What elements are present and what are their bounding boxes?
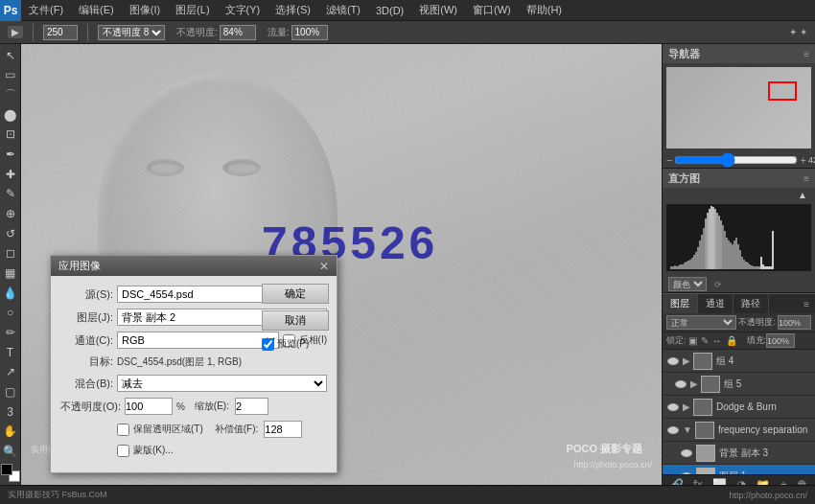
tool-brush[interactable]: ✎ [1, 185, 20, 204]
dialog-offset-input[interactable] [264, 421, 302, 438]
blend-mode-dropdown[interactable]: 正常 [666, 315, 736, 330]
tools-panel: ↖ ▭ ⌒ ⬤ ⊡ ✒ ✚ ✎ ⊕ ↺ ◻ ▦ 💧 ○ ✏ T ↗ ▢ 3 ✋ … [0, 44, 21, 504]
menu-image[interactable]: 图像(I) [122, 0, 168, 20]
menu-select[interactable]: 选择(S) [268, 0, 318, 20]
canvas-area[interactable]: DSC_4554.psd @ 42.7% (图层 1, RGB/8) * 785… [21, 44, 662, 504]
layer-dodge-burn[interactable]: ▶ Dodge & Burn [663, 396, 815, 419]
layer-vis-db[interactable] [666, 401, 680, 414]
tool-move[interactable]: ↖ [1, 46, 20, 65]
navigator-zoom-slider[interactable] [674, 156, 798, 164]
dialog-title-bar[interactable]: 应用图像 ✕ [51, 256, 337, 276]
navigator-zoom-out[interactable]: − [666, 154, 672, 166]
menu-window[interactable]: 窗口(W) [465, 0, 519, 20]
tool-pen[interactable]: ✏ [1, 323, 20, 342]
navigator-expand-icon[interactable]: ≡ [803, 49, 809, 59]
menu-text[interactable]: 文字(Y) [218, 0, 268, 20]
dialog-close-button[interactable]: ✕ [319, 260, 329, 273]
foreground-background[interactable] [1, 464, 20, 483]
layer-1[interactable]: 图层 1 [663, 465, 815, 474]
layer-vis-fs[interactable] [666, 424, 680, 437]
tool-lasso[interactable]: ⌒ [1, 85, 20, 104]
dialog-ok-button[interactable]: 确定 [262, 284, 329, 304]
layers-tab-paths[interactable]: 路径 [734, 294, 769, 313]
lock-paint-icon[interactable]: ✎ [701, 335, 709, 346]
layer-group4[interactable]: ▶ 组 4 [663, 350, 815, 373]
flow-input[interactable] [291, 25, 328, 40]
tool-text[interactable]: T [1, 343, 20, 362]
dialog-mask-row: 蒙版(K)... [60, 444, 327, 457]
layer-thumb-bg3 [696, 445, 715, 462]
dialog-action-buttons: 确定 取消 预览(P) [262, 284, 329, 351]
apply-image-dialog: 应用图像 ✕ 确定 取消 预览(P) 源(S): DSC_455 [50, 255, 338, 473]
tool-marquee[interactable]: ▭ [1, 66, 20, 85]
tool-eraser[interactable]: ◻ [1, 244, 20, 263]
tool-zoom[interactable]: 🔍 [1, 442, 20, 461]
menu-view[interactable]: 视图(W) [411, 0, 465, 20]
menu-3d[interactable]: 3D(D) [368, 0, 411, 20]
layer-vis-group4[interactable] [666, 355, 680, 368]
layers-panel-menu[interactable]: ≡ [798, 294, 815, 313]
histogram-channel-select[interactable]: 颜色 [668, 277, 707, 291]
dialog-opacity-input[interactable] [125, 398, 173, 415]
dialog-blending-select[interactable]: 减去 [117, 375, 327, 392]
layer-vis-bg3[interactable] [680, 447, 693, 460]
layer-thumb-db [693, 399, 712, 416]
layer-vis-group5[interactable] [674, 378, 687, 391]
toolbar: ▶ 不透明度 84% 不透明度: 流量: ✦ ✦ [0, 21, 815, 44]
layers-tab-layers[interactable]: 图层 [663, 294, 698, 313]
navigator-zoom-in[interactable]: + [800, 154, 805, 166]
dialog-mask-checkbox[interactable] [117, 445, 129, 457]
lock-transparent-icon[interactable]: ▣ [688, 335, 697, 346]
zoom-input[interactable] [43, 25, 78, 40]
tool-blur[interactable]: 💧 [1, 284, 20, 303]
tool-heal[interactable]: ✚ [1, 165, 20, 184]
layer-bg-copy3[interactable]: 背景 副本 3 [663, 442, 815, 465]
dialog-channel-select[interactable]: RGB [117, 332, 279, 349]
layer-vis-l1[interactable] [680, 470, 693, 475]
layer-list: ▶ 组 4 ▶ 组 5 ▶ Dodge & Burn ▼ frequency s… [663, 350, 815, 474]
dialog-preview-label: 预览(P) [277, 337, 309, 351]
layer-name-bg3: 背景 副本 3 [719, 447, 811, 460]
tool-gradient[interactable]: ▦ [1, 263, 20, 283]
tool-quick-select[interactable]: ⬤ [1, 105, 20, 125]
tool-eyedropper[interactable]: ✒ [1, 145, 20, 164]
dialog-source-label: 源(S): [60, 287, 113, 302]
layers-controls: 正常 不透明度: [663, 313, 815, 332]
menu-help[interactable]: 帮助(H) [519, 0, 570, 20]
dialog-layer-label: 图层(J): [60, 310, 113, 325]
group-icon: ▶ [683, 355, 690, 366]
layer-group5[interactable]: ▶ 组 5 [663, 373, 815, 396]
dialog-cancel-button[interactable]: 取消 [262, 310, 329, 331]
fill-value-input[interactable] [766, 333, 795, 348]
tool-clone[interactable]: ⊕ [1, 204, 20, 223]
dialog-scale-input[interactable] [235, 398, 268, 415]
histogram-menu-icon[interactable]: ≡ [803, 173, 809, 184]
layers-tab-channels[interactable]: 通道 [698, 294, 734, 313]
menu-items: 文件(F) 编辑(E) 图像(I) 图层(L) 文字(Y) 选择(S) 滤镜(T… [21, 0, 570, 20]
menu-file[interactable]: 文件(F) [21, 0, 71, 20]
tool-dodge[interactable]: ○ [1, 304, 20, 323]
tool-shape[interactable]: ▢ [1, 382, 20, 401]
opacity-value-input[interactable] [778, 315, 811, 330]
tool-path[interactable]: ↗ [1, 363, 20, 382]
tool-history-brush[interactable]: ↺ [1, 224, 20, 243]
tool-3d[interactable]: 3 [1, 402, 20, 422]
lock-move-icon[interactable]: ↔ [712, 335, 722, 346]
dialog-preview-checkbox[interactable] [262, 338, 274, 351]
layer-name-group4: 组 4 [716, 355, 811, 368]
layer-freq-sep[interactable]: ▼ frequency separation [663, 419, 815, 442]
dialog-scale-label: 缩放(E): [195, 400, 229, 413]
opacity-input[interactable] [220, 25, 256, 40]
menu-filter[interactable]: 滤镜(T) [318, 0, 368, 20]
tool-hand[interactable]: ✋ [1, 422, 20, 441]
histogram-refresh-icon[interactable]: ⟳ [714, 280, 722, 289]
blend-mode-select[interactable]: 不透明度 84% [98, 25, 165, 40]
navigator-header-icons: ≡ [803, 49, 809, 59]
menu-edit[interactable]: 编辑(E) [71, 0, 122, 20]
dialog-preserve-checkbox[interactable] [117, 424, 129, 436]
fill-controls: 锁定: ▣ ✎ ↔ 🔒 填充: [663, 332, 815, 350]
menu-layer[interactable]: 图层(L) [168, 0, 217, 20]
navigator-thumbnail [666, 67, 811, 149]
lock-all-icon[interactable]: 🔒 [726, 335, 737, 346]
tool-crop[interactable]: ⊡ [1, 126, 20, 145]
